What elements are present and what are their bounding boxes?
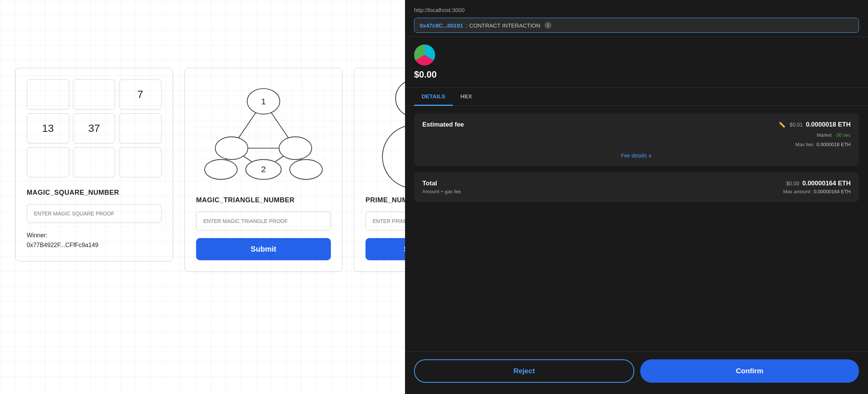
- mm-url: http://localhost:3000: [414, 7, 859, 13]
- mm-max-amount-row: Max amount: 0.00000164 ETH: [783, 189, 851, 194]
- grid-cell-2-1: [73, 147, 116, 177]
- svg-text:1: 1: [261, 97, 266, 106]
- mm-edit-icon[interactable]: ✏️: [779, 122, 785, 128]
- grid-cell-2-0: [27, 147, 69, 177]
- mm-gas-label: Amount + gas fee: [422, 189, 461, 194]
- svg-point-15: [290, 160, 323, 180]
- magic-triangle-card: 1 2 MAGIC_TRIANGLE_NUMBER Submit: [184, 68, 343, 272]
- magic-triangle-input[interactable]: [196, 212, 331, 231]
- mm-account-section: $0.00: [405, 37, 868, 88]
- mm-total-right: $0.00 0.00000164 ETH Max amount: 0.00000…: [783, 180, 851, 194]
- magic-square-grid: 7 13 37: [27, 79, 161, 177]
- mm-max-fee-label: Max fee:: [795, 142, 814, 147]
- mm-fee-details-link[interactable]: Fee details ∨: [621, 153, 652, 159]
- grid-cell-1-1: 37: [73, 113, 116, 144]
- grid-cell-0-0: [27, 79, 69, 110]
- winner-address: 0x77B4922F...CFfFc9a149: [27, 242, 98, 248]
- mm-avatar: [414, 44, 435, 66]
- mm-total-left: Total Amount + gas fee: [422, 180, 461, 194]
- mm-chevron-down-icon: ∨: [648, 153, 652, 159]
- mm-tabs: DETAILS HEX: [405, 88, 868, 106]
- mm-total-usd: $0.00: [786, 180, 799, 186]
- mm-balance: $0.00: [414, 69, 437, 80]
- mm-max-fee-row: Max fee: 0.0000018 ETH: [422, 142, 851, 147]
- mm-contract-type: : CONTRACT INTERACTION: [466, 22, 540, 29]
- triangle-svg: 1 2: [196, 79, 331, 185]
- grid-cell-0-1: [73, 79, 116, 110]
- magic-square-input[interactable]: [27, 204, 161, 223]
- svg-point-10: [215, 137, 248, 159]
- mm-max-amount-value: 0.00000164 ETH: [814, 189, 851, 194]
- grid-cell-1-2: [119, 113, 161, 144]
- magic-square-label: MAGIC_SQUARE_NUMBER: [27, 189, 161, 197]
- magic-square-card: 7 13 37 MAGIC_SQUARE_NUMBER Winner: 0x77…: [15, 68, 173, 261]
- mm-total-eth: 0.00000164 ETH: [802, 180, 851, 187]
- mm-fee-eth: 0.0000018 ETH: [806, 121, 851, 128]
- mm-total-card: Total Amount + gas fee $0.00 0.00000164 …: [414, 172, 859, 202]
- mm-estimated-fee-label: Estimated fee: [422, 121, 464, 128]
- mm-fee-main-row: Estimated fee ✏️ $0.01 0.0000018 ETH: [422, 121, 851, 128]
- magic-triangle-submit-button[interactable]: Submit: [196, 238, 331, 260]
- mm-fee-amounts: ✏️ $0.01 0.0000018 ETH: [779, 121, 851, 128]
- mm-max-amount-label: Max amount:: [783, 189, 812, 194]
- svg-text:2: 2: [261, 165, 266, 174]
- grid-cell-2-2: [119, 147, 161, 177]
- metamask-overlay: http://localhost:3000 0x47c8C...00191 : …: [405, 0, 868, 394]
- mm-fee-details-label: Fee details: [621, 153, 647, 159]
- mm-footer: Reject Confirm: [405, 351, 868, 394]
- svg-point-12: [205, 160, 238, 180]
- mm-fee-card: Estimated fee ✏️ $0.01 0.0000018 ETH Mar…: [414, 113, 859, 166]
- mm-info-icon[interactable]: i: [545, 22, 551, 29]
- mm-contract-address: 0x47c8C...00191: [420, 22, 463, 29]
- mm-tab-hex[interactable]: HEX: [453, 88, 480, 106]
- mm-market-time: -30 sec: [834, 132, 851, 138]
- mm-market-row: Market -30 sec: [422, 132, 851, 138]
- mm-max-fee-value: 0.0000018 ETH: [816, 142, 851, 147]
- grid-cell-0-2: 7: [119, 79, 161, 110]
- winner-section: Winner: 0x77B4922F...CFfFc9a149: [27, 231, 161, 250]
- mm-market-label: Market: [817, 132, 832, 138]
- mm-contract-row[interactable]: 0x47c8C...00191 : CONTRACT INTERACTION i: [414, 18, 859, 33]
- mm-confirm-button[interactable]: Confirm: [640, 359, 859, 383]
- magic-triangle-label: MAGIC_TRIANGLE_NUMBER: [196, 196, 331, 204]
- mm-total-label: Total: [422, 180, 461, 187]
- triangle-diagram: 1 2: [196, 79, 331, 185]
- mm-fee-usd: $0.01: [790, 122, 803, 128]
- mm-reject-button[interactable]: Reject: [414, 359, 634, 383]
- mm-header: http://localhost:3000 0x47c8C...00191 : …: [405, 0, 868, 37]
- svg-point-11: [279, 137, 312, 159]
- mm-body: Estimated fee ✏️ $0.01 0.0000018 ETH Mar…: [405, 106, 868, 351]
- winner-label: Winner:: [27, 232, 47, 238]
- mm-tab-details[interactable]: DETAILS: [414, 88, 453, 106]
- grid-cell-1-0: 13: [27, 113, 69, 144]
